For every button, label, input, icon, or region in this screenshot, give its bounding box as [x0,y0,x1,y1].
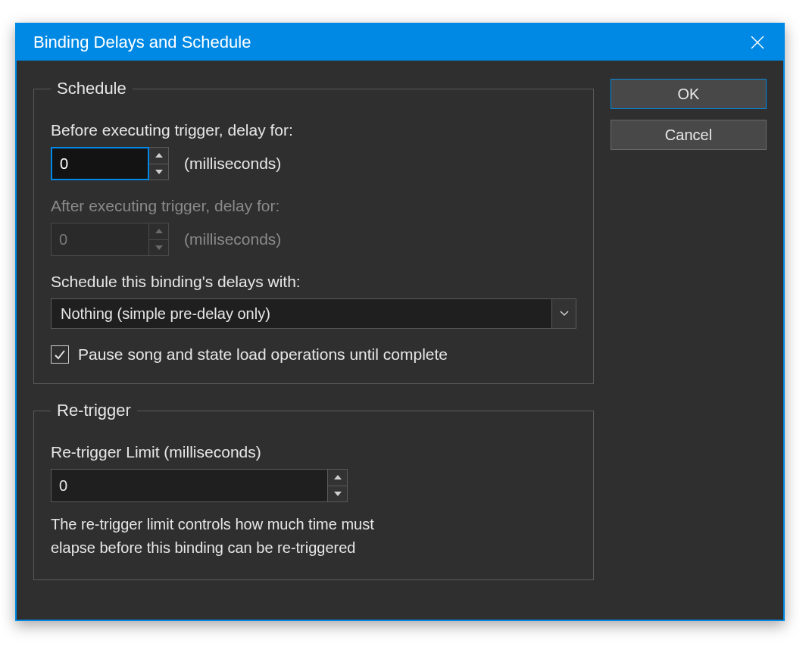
retrigger-limit-step-down[interactable] [328,486,348,503]
schedule-with-label: Schedule this binding's delays with: [51,273,576,291]
retrigger-limit-label: Re-trigger Limit (milliseconds) [51,443,576,461]
after-delay-spin-buttons [149,223,169,256]
retrigger-help-line: The re-trigger limit controls how much t… [51,513,576,536]
retrigger-legend: Re-trigger [51,401,137,420]
schedule-legend: Schedule [51,79,133,98]
before-delay-unit: (milliseconds) [184,155,281,173]
dialog-body: Schedule Before executing trigger, delay… [17,61,783,620]
retrigger-limit-spinner [51,469,348,502]
before-delay-label: Before executing trigger, delay for: [51,121,576,139]
svg-marker-5 [155,245,163,250]
retrigger-limit-spin-buttons [328,469,348,502]
retrigger-limit-row [51,469,576,502]
after-delay-step-down [149,240,169,257]
before-delay-step-down[interactable] [149,164,169,181]
svg-marker-3 [155,170,163,174]
before-delay-step-up[interactable] [149,147,169,164]
before-delay-row: (milliseconds) [51,147,576,180]
schedule-group: Schedule Before executing trigger, delay… [33,79,594,384]
check-icon [54,348,66,361]
dialog-window: Binding Delays and Schedule Schedule Bef… [15,23,785,621]
content-column: Schedule Before executing trigger, delay… [33,79,594,597]
retrigger-help-text: The re-trigger limit controls how much t… [51,513,576,560]
svg-marker-7 [334,492,342,496]
before-delay-spin-buttons [149,147,169,180]
after-delay-unit: (milliseconds) [184,230,281,248]
schedule-with-value: Nothing (simple pre-delay only) [52,299,551,328]
close-button[interactable] [745,30,770,55]
before-delay-input[interactable] [51,147,149,180]
close-icon [751,36,764,49]
chevron-down-icon [560,311,569,317]
pause-checkbox-row: Pause song and state load operations unt… [51,345,576,364]
schedule-with-dropdown-button [551,299,576,328]
retrigger-group: Re-trigger Re-trigger Limit (millisecond… [33,401,594,580]
svg-marker-4 [155,229,163,233]
dialog-title: Binding Delays and Schedule [33,33,251,52]
after-delay-input [51,223,149,256]
title-bar: Binding Delays and Schedule [17,24,783,61]
retrigger-limit-input[interactable] [51,469,328,502]
cancel-button[interactable]: Cancel [611,120,767,150]
after-delay-spinner [51,223,169,256]
retrigger-limit-step-up[interactable] [328,469,348,486]
button-column: OK Cancel [611,79,767,150]
before-delay-spinner [51,147,169,180]
after-delay-row: (milliseconds) [51,223,576,256]
svg-marker-6 [334,475,342,479]
pause-checkbox-label: Pause song and state load operations unt… [78,345,448,364]
schedule-with-select[interactable]: Nothing (simple pre-delay only) [51,298,576,329]
pause-checkbox[interactable] [51,345,69,364]
after-delay-label: After executing trigger, delay for: [51,197,576,215]
after-delay-step-up [149,223,169,240]
retrigger-help-line: elapse before this binding can be re-tri… [51,536,576,560]
svg-marker-2 [155,153,163,158]
ok-button[interactable]: OK [611,79,767,109]
